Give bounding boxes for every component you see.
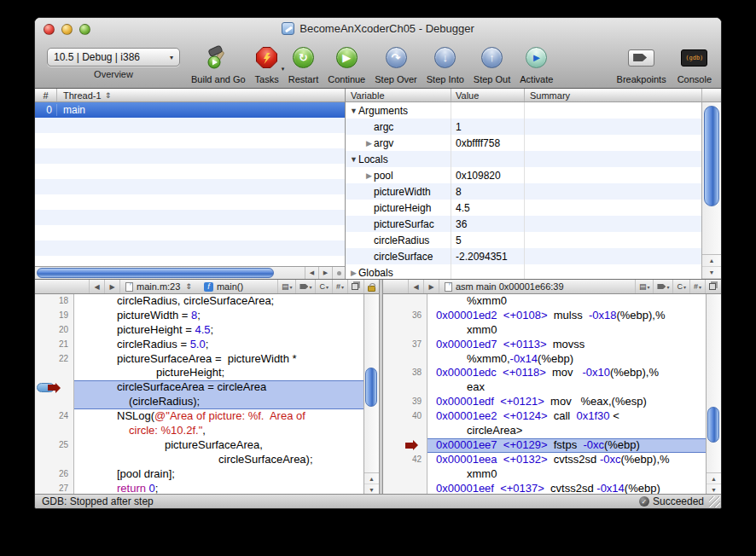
column-header-index[interactable]: # bbox=[35, 89, 57, 101]
step-out-button[interactable]: ↑ Step Out bbox=[474, 41, 510, 84]
disclosure-triangle-icon[interactable]: ▶ bbox=[364, 139, 374, 148]
gutter-cell[interactable] bbox=[383, 294, 427, 309]
scroll-up-icon[interactable]: ▲ bbox=[702, 255, 721, 267]
scroll-right-icon[interactable]: ▶ bbox=[318, 267, 332, 279]
thread-list-header[interactable]: # Thread-1 ⇕ bbox=[35, 89, 345, 102]
column-header-thread[interactable]: Thread-1 ⇕ bbox=[57, 89, 345, 101]
continue-button[interactable]: ▶ Continue bbox=[328, 41, 365, 84]
line-menu[interactable]: #▾ bbox=[689, 280, 705, 293]
gutter-cell[interactable]: 39 bbox=[383, 395, 427, 409]
build-and-go-button[interactable]: Build and Go bbox=[191, 41, 246, 84]
scrollbar-thumb[interactable] bbox=[365, 368, 377, 407]
scrollbar-thumb[interactable] bbox=[37, 268, 274, 278]
variable-vertical-scrollbar[interactable]: ▲ ▼ bbox=[701, 102, 721, 279]
gutter-cell[interactable] bbox=[383, 380, 427, 395]
asm-code-area[interactable]: %xmm0360x00001ed2 <+0108> mulss -0x18(%e… bbox=[383, 294, 721, 495]
line-stepper-icon[interactable]: ⇕ bbox=[183, 282, 194, 291]
file-popup[interactable]: main.m:23 ⇕ bbox=[120, 280, 199, 293]
gutter-cell[interactable]: 42 bbox=[383, 453, 427, 467]
bookmarks-menu[interactable]: ▤▾ bbox=[277, 280, 296, 293]
function-popup[interactable]: f main() bbox=[199, 280, 248, 293]
scrollbar-thumb[interactable] bbox=[707, 407, 719, 443]
gutter-cell[interactable] bbox=[35, 395, 74, 409]
line-menu[interactable]: #▾ bbox=[332, 280, 347, 293]
breakpoints-button[interactable]: Breakpoints bbox=[617, 41, 666, 84]
gutter-cell[interactable] bbox=[383, 424, 427, 438]
gutter-cell[interactable]: 25 bbox=[35, 438, 74, 453]
variable-row[interactable]: ▼Locals bbox=[346, 151, 701, 167]
variable-row[interactable]: ▶pool0x109820 bbox=[346, 167, 701, 183]
gutter-cell[interactable]: 22 bbox=[35, 352, 74, 367]
disclosure-triangle-icon[interactable]: ▼ bbox=[349, 107, 358, 115]
variable-header[interactable]: Variable Value Summary bbox=[346, 89, 721, 102]
scroll-up-icon[interactable]: ▲ bbox=[707, 473, 721, 484]
column-header-summary[interactable]: Summary bbox=[525, 89, 702, 101]
nav-forward-icon[interactable]: ▶ bbox=[105, 280, 120, 293]
activate-button[interactable]: ► Activate bbox=[520, 41, 553, 84]
disclosure-triangle-icon[interactable]: ▼ bbox=[349, 155, 358, 164]
column-header-variable[interactable]: Variable bbox=[346, 89, 451, 101]
counterpart-button[interactable] bbox=[705, 280, 721, 293]
class-menu[interactable]: C▾ bbox=[672, 280, 689, 293]
gutter-cell[interactable] bbox=[383, 438, 427, 453]
variable-row[interactable]: circleRadius5 bbox=[346, 232, 701, 248]
counterpart-button[interactable] bbox=[347, 280, 363, 293]
gutter-cell[interactable]: 24 bbox=[35, 409, 74, 424]
gutter-cell[interactable]: 19 bbox=[35, 309, 74, 323]
scroll-left-icon[interactable]: ◀ bbox=[305, 267, 318, 279]
console-button[interactable]: (gdb) Console bbox=[677, 41, 712, 84]
gutter-cell[interactable]: 21 bbox=[35, 338, 74, 352]
breakpoints-menu[interactable]: ▾ bbox=[295, 280, 315, 293]
nav-back-icon[interactable]: ◀ bbox=[90, 280, 105, 293]
splitter-dot-icon[interactable] bbox=[332, 267, 345, 279]
gutter-cell[interactable] bbox=[383, 467, 427, 482]
variable-row[interactable]: circleSurface-2.2094351 bbox=[346, 248, 701, 264]
disclosure-triangle-icon[interactable]: ▶ bbox=[349, 269, 358, 277]
variable-rows[interactable]: ▼Argumentsargc1▶argv0xbffff758▼Locals▶po… bbox=[346, 102, 701, 279]
disclosure-triangle-icon[interactable]: ▶ bbox=[364, 171, 374, 180]
gutter-cell[interactable]: 18 bbox=[35, 294, 74, 309]
thread-rows[interactable]: 0 main bbox=[35, 102, 345, 266]
step-over-button[interactable]: ↷ Step Over bbox=[375, 41, 417, 84]
nav-forward-icon[interactable]: ▶ bbox=[424, 280, 439, 293]
gutter-cell[interactable] bbox=[35, 380, 74, 395]
gutter-cell[interactable] bbox=[383, 323, 427, 338]
lock-button[interactable] bbox=[363, 280, 379, 293]
asm-vertical-scrollbar[interactable]: ▲ ▼ bbox=[706, 294, 721, 495]
step-into-button[interactable]: ↓ Step Into bbox=[427, 41, 464, 84]
variable-row[interactable]: ▶Globals bbox=[346, 264, 701, 279]
class-menu[interactable]: C▾ bbox=[315, 280, 332, 293]
scroll-down-icon[interactable]: ▼ bbox=[702, 267, 721, 279]
restart-button[interactable]: ↻ Restart bbox=[288, 41, 318, 84]
bookmarks-menu[interactable]: ▤▾ bbox=[635, 280, 654, 293]
breakpoints-menu[interactable]: ▾ bbox=[653, 280, 672, 293]
gutter-cell[interactable]: 20 bbox=[35, 323, 74, 338]
gutter-cell[interactable] bbox=[35, 453, 74, 467]
variable-row[interactable]: pictureHeigh4.5 bbox=[346, 200, 701, 216]
source-code-area[interactable]: 18circleRadius, circleSurfaceArea;19pict… bbox=[35, 294, 379, 495]
gutter-cell[interactable]: 40 bbox=[383, 409, 427, 424]
source-vertical-scrollbar[interactable]: ▲ ▼ bbox=[363, 294, 379, 495]
variable-row[interactable]: ▼Arguments bbox=[346, 102, 701, 119]
variable-row[interactable]: pictureWidth8 bbox=[346, 183, 701, 200]
variable-row[interactable]: pictureSurfac36 bbox=[346, 216, 701, 232]
scroll-up-icon[interactable]: ▲ bbox=[364, 473, 379, 484]
nav-back-icon[interactable]: ◀ bbox=[409, 280, 424, 293]
scrollbar-thumb[interactable] bbox=[704, 106, 719, 206]
gutter-cell[interactable]: 36 bbox=[383, 309, 427, 323]
zoom-button[interactable] bbox=[79, 24, 90, 35]
resize-grip[interactable] bbox=[709, 496, 720, 507]
gutter-cell[interactable]: 38 bbox=[383, 366, 427, 380]
file-popup[interactable]: asm main 0x00001e66:39 bbox=[439, 280, 569, 293]
thread-row-selected[interactable]: 0 main bbox=[35, 102, 345, 118]
variable-row[interactable]: argc1 bbox=[346, 119, 701, 135]
gutter-cell[interactable] bbox=[383, 352, 427, 367]
gutter-cell[interactable]: 26 bbox=[35, 467, 74, 482]
gutter-cell[interactable]: 37 bbox=[383, 338, 427, 352]
close-button[interactable] bbox=[44, 24, 55, 35]
minimize-button[interactable] bbox=[61, 24, 73, 35]
column-header-value[interactable]: Value bbox=[451, 89, 525, 101]
gutter-cell[interactable] bbox=[35, 424, 74, 438]
overview-popup[interactable]: 10.5 | Debug | i386 ▾ bbox=[47, 48, 180, 67]
gutter-cell[interactable] bbox=[35, 366, 74, 380]
